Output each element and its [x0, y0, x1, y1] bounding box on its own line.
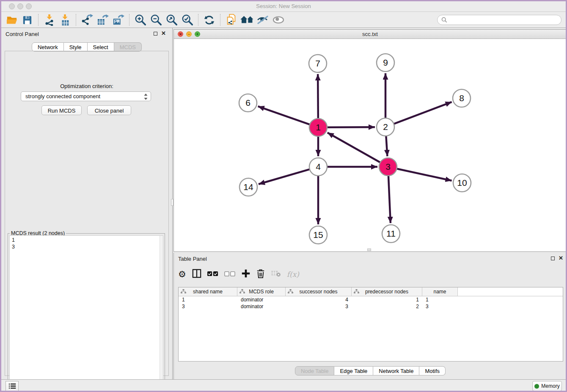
- graph-edge-3-11[interactable]: [388, 176, 391, 223]
- graph-edge-2-3[interactable]: [386, 136, 387, 156]
- import-network-button[interactable]: [41, 13, 57, 27]
- column-header-label: shared name: [193, 289, 223, 295]
- table-row[interactable]: 3dominator323: [179, 303, 563, 310]
- network-view-window: ✕ − + scc.txt 7968124314101511: [173, 29, 567, 252]
- tab-network[interactable]: Network: [32, 42, 64, 52]
- table-body: 1dominator4113dominator323: [179, 296, 563, 310]
- delete-column-icon[interactable]: [256, 269, 265, 280]
- graph-node-14[interactable]: 14: [239, 178, 257, 196]
- network-window-titlebar[interactable]: ✕ − + scc.txt: [174, 30, 566, 39]
- network-graph[interactable]: 7968124314101511: [174, 39, 566, 251]
- column-header-predecessor-nodes[interactable]: predecessor nodes: [352, 287, 422, 296]
- graph-edge-3-1[interactable]: [328, 133, 380, 162]
- show-columns-icon[interactable]: [192, 269, 201, 280]
- table-panel-tabs: Node TableEdge TableNetwork TableMotifs: [174, 366, 567, 375]
- graph-node-8[interactable]: 8: [453, 89, 471, 107]
- table-cell[interactable]: 2: [352, 303, 422, 310]
- graph-node-3[interactable]: 3: [379, 158, 397, 176]
- refresh-layout-button[interactable]: [201, 13, 217, 27]
- duplicate-network-button[interactable]: [223, 13, 239, 27]
- optimization-criterion-label: Optimization criterion:: [5, 83, 168, 89]
- graph-node-1[interactable]: 1: [309, 119, 327, 136]
- graph-edge-1-2[interactable]: [327, 127, 375, 127]
- function-builder-icon[interactable]: f(x): [287, 270, 299, 279]
- table-cell[interactable]: 1: [352, 296, 422, 303]
- list-icon: [8, 383, 16, 389]
- table-cell[interactable]: dominator: [237, 303, 286, 310]
- home-networks-button[interactable]: [239, 13, 255, 27]
- graph-node-15[interactable]: 15: [309, 226, 327, 244]
- graph-node-10[interactable]: 10: [453, 174, 471, 192]
- node-table: shared nameMCDS rolesuccessor nodesprede…: [178, 287, 563, 362]
- search-field[interactable]: [437, 15, 561, 25]
- hide-graphics-details-button[interactable]: [270, 13, 286, 27]
- graph-node-11[interactable]: 11: [382, 225, 400, 243]
- tab-style[interactable]: Style: [64, 42, 88, 52]
- zoom-fit-button[interactable]: [164, 13, 179, 27]
- tab-network-table[interactable]: Network Table: [373, 366, 419, 375]
- save-session-button[interactable]: [19, 13, 35, 27]
- zoom-in-button[interactable]: [132, 13, 148, 27]
- delete-table-icon[interactable]: [271, 270, 281, 279]
- criterion-select[interactable]: strongly connected component: [21, 91, 151, 101]
- open-session-button[interactable]: [4, 13, 19, 27]
- graph-edge-1-6[interactable]: [258, 106, 310, 124]
- close-panel-button[interactable]: Close panel: [87, 105, 131, 115]
- tab-motifs[interactable]: Motifs: [419, 366, 446, 375]
- toolbar-separator: [76, 14, 76, 26]
- column-type-icon: [354, 289, 359, 294]
- table-cell[interactable]: dominator: [237, 296, 286, 303]
- graph-node-6[interactable]: 6: [239, 94, 257, 112]
- tab-select[interactable]: Select: [88, 42, 114, 52]
- table-cell[interactable]: 4: [286, 296, 352, 303]
- zoom-selected-button[interactable]: [179, 13, 195, 27]
- select-all-columns-icon[interactable]: [207, 271, 218, 278]
- table-cell[interactable]: 3: [179, 303, 237, 310]
- tab-node-table[interactable]: Node Table: [295, 366, 335, 375]
- graph-edge-1-7[interactable]: [318, 74, 318, 119]
- run-mcds-button[interactable]: Run MCDS: [41, 105, 82, 115]
- network-title: scc.txt: [174, 31, 566, 37]
- graph-edge-4-14[interactable]: [259, 169, 310, 184]
- column-header-MCDS-role[interactable]: MCDS role: [237, 287, 286, 296]
- table-cell[interactable]: 1: [179, 296, 237, 303]
- table-row[interactable]: 1dominator411: [179, 296, 563, 303]
- close-table-panel-icon[interactable]: ✕: [559, 255, 563, 261]
- graph-node-7[interactable]: 7: [309, 55, 327, 72]
- memory-button[interactable]: Memory: [532, 381, 562, 391]
- tab-mcds[interactable]: MCDS: [114, 42, 142, 52]
- graph-node-9[interactable]: 9: [377, 54, 394, 72]
- table-settings-gear-icon[interactable]: ⚙: [178, 270, 186, 279]
- network-canvas[interactable]: 7968124314101511: [174, 39, 566, 251]
- graph-node-2[interactable]: 2: [377, 118, 394, 136]
- task-history-button[interactable]: [6, 381, 19, 391]
- mcds-result-list[interactable]: 13: [9, 235, 163, 391]
- vertical-splitter-grip[interactable]: [171, 199, 173, 206]
- show-graphics-details-button[interactable]: [255, 13, 270, 27]
- table-cell[interactable]: 3: [422, 303, 458, 310]
- column-header-name[interactable]: name: [422, 287, 458, 296]
- table-cell[interactable]: 1: [422, 296, 458, 303]
- result-scrollbar[interactable]: [160, 236, 163, 390]
- select-stepper-icon: [144, 94, 148, 101]
- float-panel-icon[interactable]: [154, 32, 157, 36]
- node-label: 2: [383, 122, 388, 132]
- import-table-button[interactable]: [57, 13, 73, 27]
- column-header-successor-nodes[interactable]: successor nodes: [286, 287, 352, 296]
- column-header-label: name: [433, 289, 446, 295]
- zoom-out-button[interactable]: [148, 13, 164, 27]
- graph-node-4[interactable]: 4: [309, 158, 327, 176]
- column-header-shared-name[interactable]: shared name: [179, 287, 237, 296]
- tab-edge-table[interactable]: Edge Table: [334, 366, 373, 375]
- export-image-button[interactable]: [110, 13, 126, 27]
- close-panel-icon[interactable]: ✕: [161, 30, 166, 36]
- float-table-panel-icon[interactable]: [551, 257, 555, 260]
- table-cell[interactable]: 3: [286, 303, 352, 310]
- graph-edge-2-8[interactable]: [394, 102, 452, 124]
- graph-edge-3-10[interactable]: [397, 168, 452, 180]
- create-column-icon[interactable]: [241, 269, 250, 280]
- export-network-button[interactable]: [79, 13, 95, 27]
- horizontal-splitter-grip[interactable]: [367, 248, 371, 251]
- export-table-button[interactable]: [95, 13, 110, 27]
- unselect-all-columns-icon[interactable]: [224, 271, 235, 278]
